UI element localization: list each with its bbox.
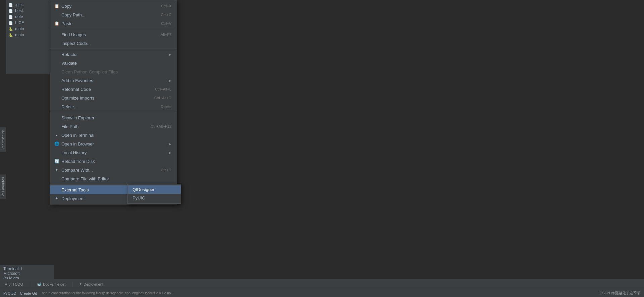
file-tree: 📄 .gitic 📄 best. 📄 dete 📄 LICE 🐍 main 🐍 … [6, 0, 50, 74]
browser-icon: 🌐 [54, 141, 59, 146]
menu-item-open-terminal[interactable]: ▪ Open in Terminal [50, 131, 177, 139]
menu-item-validate[interactable]: Validate [50, 59, 177, 67]
menu-item-copy-path[interactable]: Copy Path... Ctrl+C [50, 10, 177, 19]
status-left: PyQt5D Create Git nt run configuration f… [3, 291, 174, 295]
file-item-main2[interactable]: 🐍 main [6, 32, 50, 38]
submenu-item-pyuic[interactable]: PyUIC [128, 194, 181, 202]
menu-item-reload-disk[interactable]: 🔄 Reload from Disk [50, 157, 177, 166]
submenu-arrow-refactor: ▶ [169, 53, 171, 56]
create-git-label: Create Git [20, 291, 37, 295]
sidebar-item-structure[interactable]: 7: Structure [0, 127, 6, 152]
menu-item-find-usages[interactable]: Find Usages Alt+F7 [50, 30, 177, 39]
menu-separator-3 [50, 112, 177, 112]
pyqt5d-label: PyQt5D [3, 291, 16, 295]
tab-deployment[interactable]: ✦ Deployment [76, 281, 107, 288]
menu-item-local-history[interactable]: Local History ▶ [50, 148, 177, 157]
menu-item-delete[interactable]: Delete... Delete [50, 102, 177, 111]
tab-todo[interactable]: ≡ 6: TODO [2, 281, 26, 288]
file-icon: 📄 [9, 3, 13, 7]
file-item-license[interactable]: 📄 LICE [6, 20, 50, 26]
tab-dockerfile[interactable]: 🐋 Dockerfile det [34, 281, 69, 288]
todo-icon: ≡ [5, 282, 7, 286]
paste-icon: 📋 [54, 21, 59, 26]
terminal-line2: Microsoft [3, 271, 50, 276]
submenu-item-qtdesigner[interactable]: QtDesigner [128, 185, 181, 194]
sidebar-item-favorites[interactable]: 2: Favorites [0, 174, 6, 199]
file-icon: 🐍 [9, 27, 13, 31]
menu-item-reformat[interactable]: Reformat Code Ctrl+Alt+L [50, 85, 177, 94]
status-right: CSDN @夏融化了这季节 [600, 291, 641, 296]
menu-item-open-browser[interactable]: 🌐 Open in Browser ▶ [50, 139, 177, 148]
file-item-detect[interactable]: 📄 dete [6, 14, 50, 20]
menu-item-compare-editor[interactable]: Compare File with Editor [50, 174, 177, 183]
file-item-main[interactable]: 🐍 main [6, 26, 50, 32]
menu-separator-2 [50, 49, 177, 49]
menu-item-show-explorer[interactable]: Show in Explorer [50, 113, 177, 122]
file-item-gitignore[interactable]: 📄 .gitic [6, 2, 50, 8]
menu-item-paste[interactable]: 📋 Paste Ctrl+V [50, 19, 177, 28]
status-left-text: PyQt5D Create Git [3, 291, 37, 295]
reload-icon: 🔄 [54, 159, 59, 164]
menu-item-copy[interactable]: 📋 Copy Ctrl+X [50, 2, 177, 10]
menu-item-compare-with[interactable]: ✦ Compare With... Ctrl+D [50, 166, 177, 174]
menu-item-inspect-code[interactable]: Inspect Code... [50, 39, 177, 48]
menu-item-refactor[interactable]: Refactor ▶ [50, 50, 177, 59]
external-tools-submenu: QtDesigner PyUIC [127, 184, 181, 204]
file-icon: 📄 [9, 21, 13, 25]
file-icon: 📄 [9, 9, 13, 13]
deployment-tab-icon: ✦ [79, 282, 82, 286]
terminal-icon: ▪ [54, 133, 59, 137]
dockerfile-icon: 🐋 [37, 282, 42, 286]
file-icon: 🐍 [9, 33, 13, 37]
file-item-best[interactable]: 📄 best. [6, 8, 50, 14]
context-menu: 📋 Copy Ctrl+X Copy Path... Ctrl+C 📋 Past… [50, 0, 177, 204]
menu-separator-1 [50, 29, 177, 29]
bottom-toolbar: ≡ 6: TODO 🐋 Dockerfile det ✦ Deployment [0, 279, 644, 289]
submenu-arrow-favorites: ▶ [169, 79, 171, 82]
copy-icon: 📋 [54, 4, 59, 8]
menu-item-optimize-imports[interactable]: Optimize Imports Ctrl+Alt+O [50, 94, 177, 102]
deployment-icon: ✦ [54, 196, 59, 201]
menu-item-file-path[interactable]: File Path Ctrl+Alt+F12 [50, 122, 177, 131]
terminal-line1: Terminal: L [3, 266, 50, 271]
status-message: nt run configuration for the following f… [42, 291, 174, 295]
menu-item-add-favorites[interactable]: Add to Favorites ▶ [50, 76, 177, 85]
file-icon: 📄 [9, 15, 13, 19]
status-bar: PyQt5D Create Git nt run configuration f… [0, 289, 644, 297]
submenu-arrow-history: ▶ [169, 151, 171, 155]
compare-icon: ✦ [54, 168, 59, 172]
submenu-arrow-browser: ▶ [169, 142, 171, 146]
menu-item-clean-python[interactable]: Clean Python Compiled Files [50, 67, 177, 76]
